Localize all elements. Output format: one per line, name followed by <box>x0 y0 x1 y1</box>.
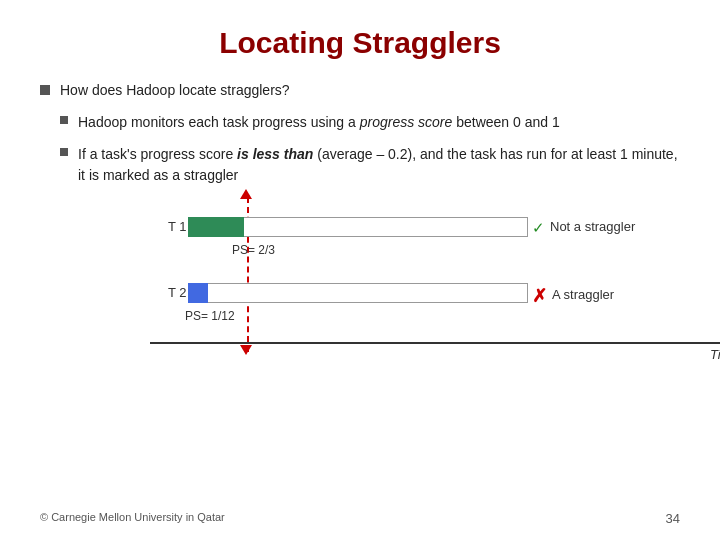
footer-copyright: © Carnegie Mellon University in Qatar <box>40 511 225 526</box>
sub-bullet-1-italic: progress score <box>360 114 453 130</box>
sub-bullet-2: If a task's progress score is less than … <box>60 144 680 185</box>
t1-ps-label: PS= 2/3 <box>232 243 275 257</box>
sub-bullet-1: Hadoop monitors each task progress using… <box>60 112 680 132</box>
time-label: Time <box>710 347 720 362</box>
vertical-arrow-head-up <box>240 189 252 199</box>
t1-bar-fill <box>188 217 244 237</box>
bullet-top-text: How does Hadoop locate stragglers? <box>60 82 290 98</box>
t1-not-straggler-label: Not a straggler <box>550 219 635 234</box>
t2-label: T 2 <box>168 285 187 300</box>
footer-page-number: 34 <box>666 511 680 526</box>
time-axis <box>150 342 720 344</box>
diagram: T 1 ✓ Not a straggler PS= 2/3 T 2 ✗ A st… <box>50 197 680 367</box>
sub-bullet-1-text: Hadoop monitors each task progress using… <box>78 112 560 132</box>
sub-bullets: Hadoop monitors each task progress using… <box>60 112 680 185</box>
vertical-arrow-head-down <box>240 345 252 355</box>
sub-bullet-2-text-before: If a task's progress score <box>78 146 237 162</box>
slide: Locating Stragglers How does Hadoop loca… <box>0 0 720 540</box>
sub-bullet-1-square <box>60 116 68 124</box>
slide-title: Locating Stragglers <box>40 26 680 60</box>
t1-checkmark: ✓ <box>532 219 545 237</box>
t1-label: T 1 <box>168 219 187 234</box>
sub-bullet-2-text: If a task's progress score is less than … <box>78 144 680 185</box>
sub-bullet-1-text-before: Hadoop monitors each task progress using… <box>78 114 360 130</box>
bullet-top-square <box>40 85 50 95</box>
t2-bar-fill <box>188 283 208 303</box>
sub-bullet-1-text-after: between 0 and 1 <box>452 114 559 130</box>
bullet-top: How does Hadoop locate stragglers? <box>40 82 680 98</box>
sub-bullet-2-square <box>60 148 68 156</box>
sub-bullet-2-bold-italic: is less than <box>237 146 313 162</box>
t2-ps-label: PS= 1/12 <box>185 309 235 323</box>
footer: © Carnegie Mellon University in Qatar 34 <box>0 511 720 526</box>
t2-cross: ✗ <box>532 285 547 307</box>
t2-straggler-label: A straggler <box>552 287 614 302</box>
t2-bar-background <box>188 283 528 303</box>
